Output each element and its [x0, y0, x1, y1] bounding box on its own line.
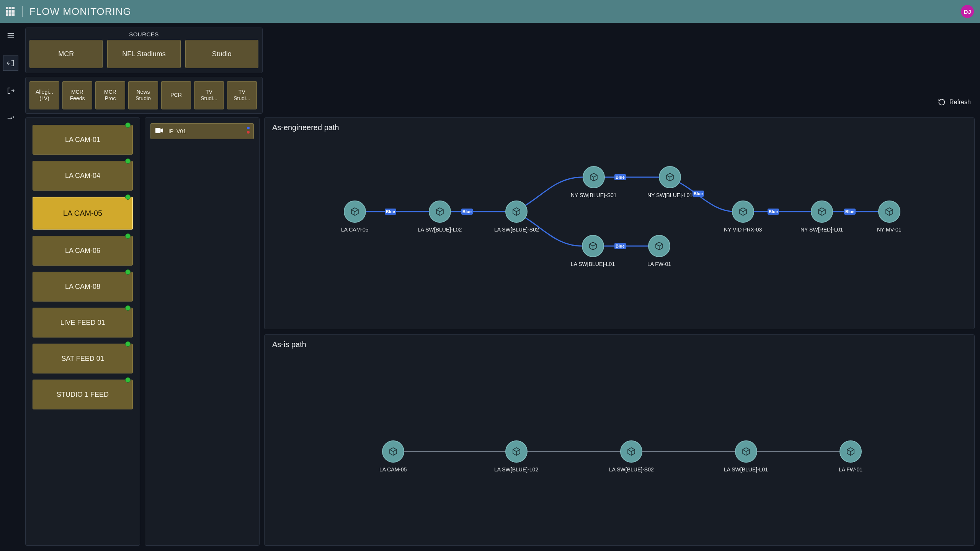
source-list-panel: LA CAM-01 LA CAM-04 LA CAM-05 LA CAM-06 … [25, 117, 140, 546]
route-icon[interactable] [3, 111, 18, 126]
flow-item[interactable]: IP_V01 [150, 123, 254, 139]
topology-node[interactable]: NY MV-01 [877, 201, 902, 233]
refresh-icon [938, 98, 946, 106]
subcat-tv-studio-2[interactable]: TV Studi... [227, 81, 257, 109]
import-icon[interactable] [3, 83, 18, 98]
svg-text:Blue: Blue [616, 175, 625, 179]
subcat-news-studio[interactable]: News Studio [128, 81, 158, 109]
topology-node[interactable]: LA SW[BLUE]-L01 [571, 235, 615, 267]
subcat-pcr[interactable]: PCR [161, 81, 191, 109]
source-item[interactable]: LIVE FEED 01 [33, 308, 133, 337]
sources-panel: SOURCES MCR NFL Stadiums Studio [25, 28, 263, 73]
flow-item-label: IP_V01 [168, 128, 186, 134]
status-dot [125, 194, 131, 200]
app-title: FLOW MONITORING [29, 6, 131, 18]
subcat-mcr-proc[interactable]: MCR Proc [95, 81, 125, 109]
subcat-mcr-feeds[interactable]: MCR Feeds [62, 81, 92, 109]
panel-title: As-engineered path [272, 123, 967, 132]
status-dot [125, 377, 131, 383]
app-header: FLOW MONITORING DJ [0, 0, 980, 23]
svg-text:Blue: Blue [694, 191, 703, 196]
source-item[interactable]: LA CAM-01 [33, 125, 133, 155]
topology-node[interactable]: LA SW[BLUE]-L02 [494, 440, 538, 473]
topology-node[interactable]: LA FW-01 [839, 440, 862, 473]
camera-icon [155, 128, 163, 135]
asis-path-panel: As-is path LA CAM-05 LA SW[BLUE]-L02 LA … [264, 334, 975, 546]
svg-text:Blue: Blue [769, 209, 778, 214]
status-dot [125, 305, 131, 311]
topology-node[interactable]: NY SW[BLUE]-L01 [647, 166, 693, 198]
panel-title: As-is path [272, 340, 967, 349]
sources-heading: SOURCES [29, 31, 258, 37]
graphs-column: Refresh As-engineered path [264, 117, 975, 546]
source-item[interactable]: LA CAM-08 [33, 272, 133, 302]
topology-node[interactable]: LA CAM-05 [341, 201, 369, 233]
svg-text:Blue: Blue [386, 209, 395, 214]
status-dot [125, 158, 131, 164]
flow-status-dots [247, 127, 250, 134]
category-mcr[interactable]: MCR [29, 40, 103, 68]
subcat-tv-studio-1[interactable]: TV Studi... [194, 81, 224, 109]
topology-node[interactable]: LA CAM-05 [379, 440, 407, 473]
refresh-label: Refresh [949, 99, 971, 106]
left-rail [0, 23, 21, 551]
topology-node[interactable]: LA SW[BLUE]-L01 [724, 440, 768, 473]
engineered-path-panel: As-engineered path [264, 117, 975, 329]
subcategory-panel: Allegi... (LV) MCR Feeds MCR Proc News S… [25, 77, 263, 114]
topology-node[interactable]: NY SW[RED]-L01 [800, 201, 843, 233]
svg-text:Blue: Blue [616, 244, 625, 248]
topology-node[interactable]: NY VID PRX-03 [724, 201, 762, 233]
svg-text:Blue: Blue [462, 209, 472, 214]
source-item[interactable]: SAT FEED 01 [33, 344, 133, 373]
svg-text:Blue: Blue [845, 209, 854, 214]
category-nfl-stadiums[interactable]: NFL Stadiums [107, 40, 180, 68]
apps-menu-icon[interactable] [6, 7, 15, 16]
asis-diagram: LA CAM-05 LA SW[BLUE]-L02 LA SW[BLUE]-S0… [265, 354, 974, 546]
svg-rect-0 [155, 128, 160, 133]
engineered-diagram: Blue Blue Blue Blue Blue Blue Blue LA CA… [265, 137, 974, 329]
topology-node[interactable]: LA SW[BLUE]-S02 [609, 440, 654, 473]
category-studio[interactable]: Studio [185, 40, 258, 68]
subcat-allegi[interactable]: Allegi... (LV) [29, 81, 59, 109]
export-icon[interactable] [3, 56, 18, 70]
flow-panel: IP_V01 [145, 117, 260, 546]
source-item-selected[interactable]: LA CAM-05 [33, 197, 133, 230]
topology-node[interactable]: LA SW[BLUE]-L02 [418, 201, 462, 233]
topology-node[interactable]: LA SW[BLUE]-S02 [494, 201, 539, 233]
status-dot [125, 122, 131, 128]
divider [22, 6, 23, 17]
topology-node[interactable]: NY SW[BLUE]-S01 [571, 166, 617, 198]
refresh-button[interactable]: Refresh [938, 98, 971, 106]
status-dot [125, 269, 131, 275]
source-item[interactable]: LA CAM-06 [33, 236, 133, 266]
topology-node[interactable]: LA FW-01 [647, 235, 671, 267]
status-dot [125, 233, 131, 239]
source-item[interactable]: STUDIO 1 FEED [33, 380, 133, 409]
user-avatar[interactable]: DJ [961, 5, 974, 18]
source-item[interactable]: LA CAM-04 [33, 161, 133, 191]
status-dot [125, 341, 131, 347]
hamburger-icon[interactable] [3, 28, 18, 43]
